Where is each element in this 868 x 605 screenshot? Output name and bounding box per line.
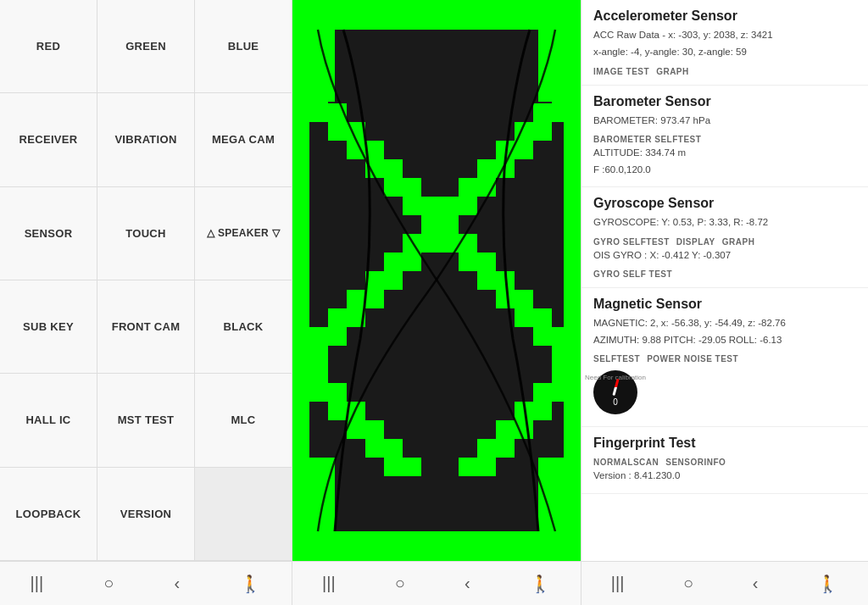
right-nav-person[interactable]: 🚶: [807, 567, 849, 601]
left-nav-home[interactable]: |||: [20, 567, 54, 600]
svg-rect-5: [292, 458, 335, 561]
magnetic-power-noise-btn[interactable]: POWER NOISE TEST: [647, 352, 738, 365]
left-panel: REDGREENBLUERECEIVERVIBRATIONMEGA CAMSEN…: [0, 0, 292, 605]
svg-rect-72: [328, 402, 347, 420]
svg-rect-18: [477, 253, 496, 271]
svg-rect-17: [459, 234, 477, 253]
svg-rect-52: [533, 122, 552, 141]
svg-rect-13: [384, 159, 403, 178]
svg-rect-14: [403, 178, 421, 197]
svg-rect-75: [384, 458, 403, 476]
magnetic-title: Magnetic Sensor: [593, 297, 856, 312]
gyro-self-test-btn[interactable]: GYRO SELF TEST: [593, 268, 672, 280]
magnetic-selftest-btn[interactable]: SELFTEST: [593, 352, 640, 365]
grid-item-6[interactable]: SENSOR: [0, 187, 97, 280]
right-nav-circle[interactable]: ○: [673, 567, 704, 600]
left-nav-back[interactable]: ‹: [164, 567, 191, 600]
fingerprint-section: Fingerprint Test NORMALSCAN SENSORINFO V…: [581, 427, 868, 493]
svg-rect-66: [328, 383, 347, 402]
svg-rect-44: [421, 215, 440, 234]
accelerometer-graph-btn[interactable]: GRAPH: [656, 65, 689, 78]
fingerprint-normalscan-btn[interactable]: NORMALSCAN: [593, 456, 659, 469]
right-nav-bar: ||| ○ ‹ 🚶: [581, 561, 868, 605]
grid-item-2[interactable]: BLUE: [195, 0, 292, 92]
grid-item-7[interactable]: TOUCH: [97, 187, 194, 280]
svg-rect-51: [552, 103, 570, 122]
camera-nav-back[interactable]: ‹: [454, 567, 481, 600]
right-nav-home[interactable]: |||: [601, 567, 635, 600]
barometer-title: Barometer Sensor: [593, 94, 856, 109]
barometer-data-1: BAROMETER: 973.47 hPa: [593, 114, 856, 128]
svg-rect-43: [440, 197, 459, 215]
fingerprint-sensorinfo-btn[interactable]: SENSORINFO: [665, 456, 726, 469]
svg-rect-1: [292, 0, 581, 30]
gyroscope-data-1: GYROSCOPE: Y: 0.53, P: 3.33, R: -8.72: [593, 215, 856, 230]
grid-item-0[interactable]: RED: [0, 0, 97, 92]
magnetic-data-2: AZIMUTH: 9.88 PITCH: -29.05 ROLL: -6.13: [593, 333, 856, 347]
svg-rect-27: [384, 178, 403, 197]
svg-rect-57: [440, 215, 459, 234]
camera-nav-bar: ||| ○ ‹ 🚶: [292, 561, 581, 605]
barometer-buttons-1: BAROMETER SELFTEST: [593, 133, 856, 146]
compass-widget: Need For calibration 0: [593, 370, 637, 414]
grid-item-9[interactable]: SUB KEY: [0, 280, 97, 373]
svg-rect-31: [459, 253, 477, 271]
svg-rect-59: [403, 253, 421, 271]
camera-nav-circle[interactable]: ○: [385, 567, 415, 600]
grid-item-11[interactable]: BLACK: [195, 280, 292, 373]
svg-rect-6: [538, 458, 581, 561]
gyro-display-btn[interactable]: DISPLAY: [676, 236, 715, 248]
svg-rect-83: [533, 402, 552, 420]
grid-item-4[interactable]: VIBRATION: [97, 93, 194, 186]
grid-item-1[interactable]: GREEN: [97, 0, 194, 92]
svg-rect-33: [496, 290, 515, 308]
svg-rect-65: [309, 364, 328, 383]
camera-nav-person[interactable]: 🚶: [520, 567, 561, 601]
gyro-selftest-btn[interactable]: GYRO SELFTEST: [593, 236, 670, 248]
svg-rect-28: [403, 197, 421, 215]
right-nav-back[interactable]: ‹: [743, 567, 769, 600]
svg-rect-60: [384, 271, 403, 290]
svg-rect-74: [365, 439, 384, 458]
svg-rect-63: [328, 327, 347, 346]
barometer-selftest-btn[interactable]: BAROMETER SELFTEST: [593, 133, 701, 146]
svg-rect-49: [328, 308, 347, 327]
svg-rect-8: [564, 102, 581, 458]
right-panel: Accelerometer Sensor ACC Raw Data - x: -…: [581, 0, 868, 605]
svg-rect-64: [309, 346, 328, 364]
left-nav-person[interactable]: 🚶: [230, 567, 271, 601]
barometer-section: Barometer Sensor BAROMETER: 973.47 hPa B…: [581, 86, 868, 188]
svg-rect-35: [533, 327, 552, 346]
svg-rect-50: [309, 327, 328, 346]
grid-item-16[interactable]: VERSION: [97, 468, 194, 560]
grid-item-10[interactable]: FRONT CAM: [97, 280, 194, 373]
camera-nav-home[interactable]: |||: [312, 567, 346, 600]
svg-rect-34: [515, 308, 533, 327]
svg-rect-7: [292, 102, 309, 458]
gyro-graph-btn[interactable]: GRAPH: [722, 236, 755, 248]
accelerometer-title: Accelerometer Sensor: [593, 8, 856, 24]
grid-item-12[interactable]: HALL IC: [0, 374, 97, 466]
svg-rect-53: [515, 141, 533, 159]
svg-rect-46: [384, 253, 403, 271]
sensor-scroll-area[interactable]: Accelerometer Sensor ACC Raw Data - x: -…: [581, 0, 868, 561]
svg-rect-79: [496, 420, 515, 439]
svg-rect-22: [552, 327, 570, 346]
grid-item-15[interactable]: LOOPBACK: [0, 468, 97, 560]
accelerometer-image-test-btn[interactable]: IMAGE TEST: [593, 65, 649, 78]
svg-rect-56: [459, 197, 477, 215]
grid-item-3[interactable]: RECEIVER: [0, 93, 97, 186]
grid-item-13[interactable]: MST TEST: [97, 374, 194, 466]
fingerprint-title: Fingerprint Test: [593, 436, 856, 451]
svg-rect-77: [533, 383, 552, 402]
accelerometer-data-2: x-angle: -4, y-angle: 30, z-angle: 59: [593, 45, 856, 59]
left-nav-circle[interactable]: ○: [93, 567, 124, 600]
grid-item-14[interactable]: MLC: [195, 374, 292, 466]
left-nav-bar: ||| ○ ‹ 🚶: [0, 561, 292, 605]
compass-value: 0: [613, 397, 618, 407]
grid-item-8[interactable]: △ SPEAKER ▽: [195, 187, 292, 280]
svg-rect-86: [477, 458, 496, 476]
grid-item-5[interactable]: MEGA CAM: [195, 93, 292, 186]
svg-rect-70: [403, 458, 421, 476]
gyroscope-buttons-1: GYRO SELFTEST DISPLAY GRAPH: [593, 236, 856, 248]
